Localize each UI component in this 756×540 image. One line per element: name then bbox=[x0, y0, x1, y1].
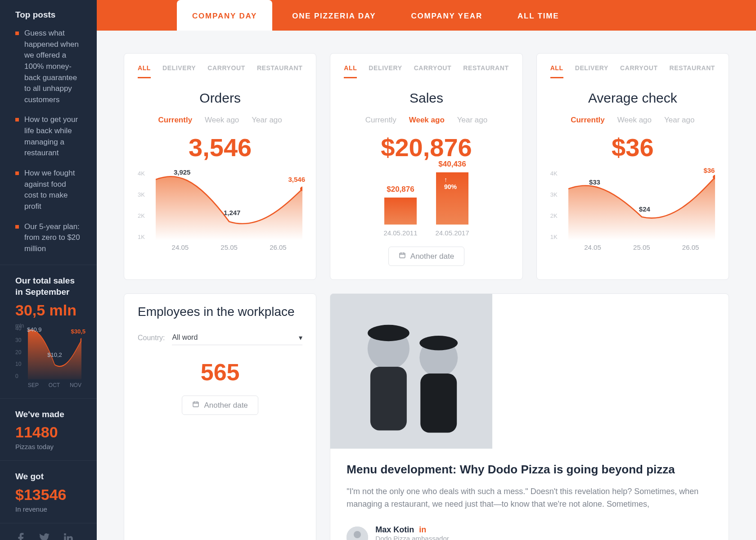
svg-rect-7 bbox=[370, 367, 407, 431]
author: Max Kotin in Dodo Pizza ambassador 31.08… bbox=[346, 525, 712, 540]
calendar-icon bbox=[399, 252, 406, 261]
period-week-ago[interactable]: Week ago bbox=[617, 116, 652, 125]
card-tab-all[interactable]: ALL bbox=[550, 64, 563, 78]
avg-channel-tabs: ALL DELIVERY CARRYOUT RESTAURANT bbox=[550, 64, 715, 79]
another-date-button[interactable]: Another date bbox=[182, 396, 258, 415]
growth-badge: ↑ 90% bbox=[444, 176, 460, 190]
author-name: Max Kotin bbox=[375, 525, 414, 534]
card-tab-carryout[interactable]: CARRYOUT bbox=[414, 64, 452, 78]
orders-title: Orders bbox=[138, 90, 302, 106]
orders-chart: 4K3K2K1K 3,925 1,247 3,546 24.0525.0526.… bbox=[138, 170, 302, 251]
employees-title: Employees in the workplace bbox=[138, 305, 302, 319]
sales-value: $20,876 bbox=[344, 133, 508, 162]
time-range-tabs: COMPANY DAY ONE PIZZERIA DAY COMPANY YEA… bbox=[97, 0, 756, 31]
card-tab-all[interactable]: ALL bbox=[344, 64, 357, 78]
period-week-ago[interactable]: Week ago bbox=[205, 116, 239, 125]
card-tab-restaurant[interactable]: RESTAURANT bbox=[670, 64, 715, 78]
sales-card: ALL DELIVERY CARRYOUT RESTAURANT Sales C… bbox=[330, 53, 522, 280]
sales-chart: $20,876 24.05.2011 $40,436 ↑ 90% 24.05.2… bbox=[344, 174, 508, 237]
card-tab-restaurant[interactable]: RESTAURANT bbox=[463, 64, 508, 78]
card-tab-all[interactable]: ALL bbox=[138, 64, 151, 78]
social-links bbox=[0, 523, 97, 540]
period-currently[interactable]: Currently bbox=[571, 116, 605, 125]
tab-one-pizzeria[interactable]: ONE PIZZERIA DAY bbox=[277, 2, 391, 31]
period-currently[interactable]: Currently bbox=[365, 116, 396, 125]
period-year-ago[interactable]: Year ago bbox=[252, 116, 282, 125]
total-sales-chart: mln 403020100 $40,9 $10,2 $30,5 SEPOCTNO… bbox=[15, 325, 81, 388]
card-tab-restaurant[interactable]: RESTAURANT bbox=[257, 64, 302, 78]
total-sales-value: 30,5 mln bbox=[15, 302, 81, 319]
avg-chart: 4K3K2K1K $33 $24 $36 24.0525.0526.05 bbox=[550, 170, 715, 251]
period-currently[interactable]: Currently bbox=[158, 116, 193, 125]
card-tab-delivery[interactable]: DELIVERY bbox=[575, 64, 608, 78]
country-select[interactable]: All word ▾ bbox=[172, 331, 302, 345]
svg-rect-2 bbox=[400, 253, 405, 258]
bullet-icon bbox=[15, 171, 19, 175]
period-year-ago[interactable]: Year ago bbox=[664, 116, 694, 125]
tab-company-year[interactable]: COMPANY YEAR bbox=[396, 2, 498, 31]
card-tab-carryout[interactable]: CARRYOUT bbox=[620, 64, 658, 78]
another-date-button[interactable]: Another date bbox=[388, 247, 464, 266]
top-post-link[interactable]: How we fought against food cost to make … bbox=[15, 168, 81, 212]
linkedin-icon[interactable] bbox=[62, 531, 74, 540]
orders-channel-tabs: ALL DELIVERY CARRYOUT RESTAURANT bbox=[138, 64, 302, 79]
top-post-link[interactable]: How to get your life back while managing… bbox=[15, 114, 81, 159]
article-title: Menu development: Why Dodo Pizza is goin… bbox=[346, 462, 712, 477]
card-tab-delivery[interactable]: DELIVERY bbox=[162, 64, 196, 78]
total-sales-title: Our total salesin September bbox=[15, 275, 81, 298]
chevron-down-icon: ▾ bbox=[299, 333, 302, 342]
avg-title: Average check bbox=[550, 90, 715, 106]
svg-point-11 bbox=[420, 336, 458, 350]
period-year-ago[interactable]: Year ago bbox=[457, 116, 487, 125]
svg-point-13 bbox=[354, 531, 361, 538]
svg-rect-5 bbox=[330, 294, 492, 449]
linkedin-icon[interactable]: in bbox=[419, 525, 426, 534]
article-card[interactable]: Menu development: Why Dodo Pizza is goin… bbox=[330, 293, 729, 540]
sales-title: Sales bbox=[344, 90, 508, 106]
period-week-ago[interactable]: Week ago bbox=[409, 116, 445, 125]
employees-value: 565 bbox=[138, 359, 302, 386]
top-post-link[interactable]: Guess what happened when we offered a 10… bbox=[15, 28, 81, 105]
svg-rect-9 bbox=[421, 374, 457, 433]
top-post-link[interactable]: Our 5-year plan: from zero to $20 millio… bbox=[15, 221, 81, 255]
bullet-icon bbox=[15, 32, 19, 35]
country-label: Country: bbox=[138, 334, 165, 342]
pizzas-stat: We've made 11480 Pizzas today bbox=[0, 399, 97, 461]
orders-card: ALL DELIVERY CARRYOUT RESTAURANT Orders … bbox=[124, 53, 316, 280]
bullet-icon bbox=[15, 118, 19, 122]
sales-channel-tabs: ALL DELIVERY CARRYOUT RESTAURANT bbox=[344, 64, 508, 79]
card-tab-delivery[interactable]: DELIVERY bbox=[369, 64, 402, 78]
sidebar: Top posts Guess what happened when we of… bbox=[0, 0, 97, 540]
calendar-icon bbox=[192, 400, 199, 410]
top-posts-section: Top posts Guess what happened when we of… bbox=[0, 0, 97, 265]
employees-card: Employees in the workplace Country: All … bbox=[124, 293, 316, 540]
author-role: Dodo Pizza ambassador bbox=[375, 535, 449, 540]
article-text: "I'm not the only one who deals with suc… bbox=[346, 486, 712, 511]
tab-company-day[interactable]: COMPANY DAY bbox=[177, 0, 272, 31]
twitter-icon[interactable] bbox=[39, 531, 50, 540]
avatar bbox=[346, 526, 368, 540]
card-tab-carryout[interactable]: CARRYOUT bbox=[207, 64, 245, 78]
avg-value: $36 bbox=[550, 133, 715, 162]
orders-value: 3,546 bbox=[138, 133, 302, 162]
article-photo bbox=[330, 294, 492, 449]
tab-all-time[interactable]: ALL TIME bbox=[502, 2, 574, 31]
bullet-icon bbox=[15, 225, 19, 229]
main: COMPANY DAY ONE PIZZERIA DAY COMPANY YEA… bbox=[97, 0, 756, 540]
facebook-icon[interactable] bbox=[15, 531, 27, 540]
svg-rect-4 bbox=[193, 402, 198, 407]
revenue-stat: We got $13546 In revenue bbox=[0, 461, 97, 523]
avg-check-card: ALL DELIVERY CARRYOUT RESTAURANT Average… bbox=[536, 53, 729, 280]
total-sales-section: Our total salesin September 30,5 mln mln… bbox=[0, 265, 97, 399]
revenue-value: $13546 bbox=[15, 486, 81, 504]
svg-point-10 bbox=[368, 325, 410, 341]
top-posts-title: Top posts bbox=[15, 10, 81, 20]
pizzas-value: 11480 bbox=[15, 423, 81, 441]
